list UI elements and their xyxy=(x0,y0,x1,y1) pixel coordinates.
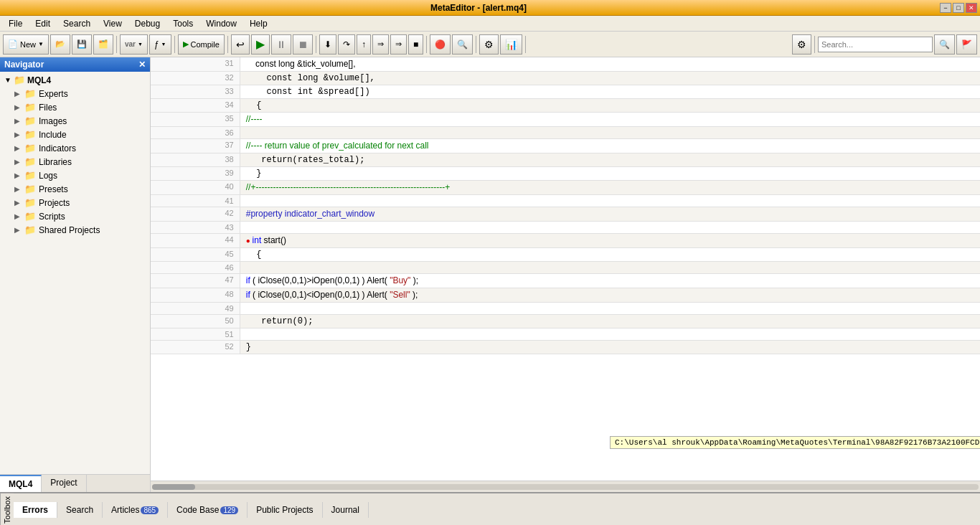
terminal-button[interactable]: 📊 xyxy=(500,34,522,55)
line-content[interactable] xyxy=(240,328,980,341)
nav-item-libraries[interactable]: ▶ 📁 Libraries xyxy=(0,155,150,169)
step-out-button[interactable]: ↑ xyxy=(357,34,371,55)
line-content[interactable] xyxy=(240,222,980,234)
nav-item-label-indicators: Indicators xyxy=(39,143,76,153)
line-content[interactable]: //---- xyxy=(240,113,980,127)
search-flag-button[interactable]: 🚩 xyxy=(956,34,977,55)
bottom-tab-journal[interactable]: Journal xyxy=(323,502,369,518)
pause-button[interactable]: ⏸ xyxy=(271,34,291,55)
step-over-button[interactable]: ↷ xyxy=(338,34,355,55)
line-content[interactable]: ● int start() xyxy=(240,234,980,248)
settings-button[interactable]: ⚙ xyxy=(479,34,499,55)
bottom-tab-articles[interactable]: Articles865 xyxy=(103,502,168,518)
line-content[interactable]: { xyxy=(240,99,980,113)
line-number: 34 xyxy=(151,99,240,113)
new-dropdown-arrow[interactable]: ▼ xyxy=(38,41,44,47)
nav-item-scripts[interactable]: ▶ 📁 Scripts xyxy=(0,209,150,223)
nav-tab-project[interactable]: Project xyxy=(42,475,86,492)
start-button[interactable]: ▶ xyxy=(251,34,270,55)
line-number: 45 xyxy=(151,248,240,262)
menu-search[interactable]: Search xyxy=(57,17,96,30)
line-content[interactable]: if ( iClose(0,0,1)>iOpen(0,0,1) ) Alert(… xyxy=(240,274,980,288)
nav-item-images[interactable]: ▶ 📁 Images xyxy=(0,114,150,128)
line-content[interactable]: } xyxy=(240,167,980,181)
menu-edit[interactable]: Edit xyxy=(29,17,56,30)
line-content[interactable] xyxy=(240,195,980,207)
code-line: 43 xyxy=(151,222,980,234)
code-line: 32 const long &volume[], xyxy=(151,72,980,85)
menu-debug[interactable]: Debug xyxy=(129,17,166,30)
settings2-button[interactable]: ⚙ xyxy=(792,34,811,55)
line-content[interactable]: #property indicator_chart_window xyxy=(240,207,980,222)
toolbox-tab[interactable]: Toolbox xyxy=(0,493,14,525)
menu-tools[interactable]: Tools xyxy=(167,17,199,30)
function-button[interactable]: ƒ ▼ xyxy=(149,34,171,55)
navigator-title: Navigator xyxy=(4,60,44,70)
save-button[interactable]: 💾 xyxy=(72,34,92,55)
breakpoint2-button[interactable]: 🔍 xyxy=(452,34,473,55)
horizontal-scrollbar[interactable] xyxy=(151,481,980,492)
var-button[interactable]: var ▼ xyxy=(120,34,148,55)
nav-item-presets[interactable]: ▶ 📁 Presets xyxy=(0,182,150,196)
breakpoint-button[interactable]: 🔴 xyxy=(430,34,451,55)
line-content[interactable]: //+-------------------------------------… xyxy=(240,181,980,195)
line-content[interactable]: const long &tick_volume[], xyxy=(240,57,980,72)
line-content[interactable] xyxy=(240,127,980,139)
navigator-close-button[interactable]: ✕ xyxy=(138,60,146,70)
line-content[interactable]: return(0); xyxy=(240,315,980,328)
nav-item-logs[interactable]: ▶ 📁 Logs xyxy=(0,169,150,182)
nav-item-label-files: Files xyxy=(39,103,57,113)
bottom-tab-public-projects[interactable]: Public Projects xyxy=(248,502,322,518)
nav-item-include[interactable]: ▶ 📁 Include xyxy=(0,128,150,141)
nav-item-files[interactable]: ▶ 📁 Files xyxy=(0,100,150,114)
menu-help[interactable]: Help xyxy=(244,17,273,30)
bottom-tab-codebase[interactable]: Code Base129 xyxy=(168,502,248,518)
line-content[interactable] xyxy=(240,303,980,315)
step-into-button[interactable]: ⬇ xyxy=(319,34,336,55)
nav-item-projects[interactable]: ▶ 📁 Projects xyxy=(0,196,150,209)
code-line: 44● int start() xyxy=(151,234,980,248)
step-fwd-button[interactable]: ⇒ xyxy=(372,34,389,55)
line-content[interactable]: const long &volume[], xyxy=(240,72,980,85)
search-toolbar-button[interactable]: 🔍 xyxy=(934,34,955,55)
nav-tab-mql4[interactable]: MQL4 xyxy=(0,475,42,492)
menu-file[interactable]: File xyxy=(3,17,28,30)
stop-button[interactable]: ⏹ xyxy=(293,34,313,55)
maximize-button[interactable]: □ xyxy=(953,3,964,13)
line-content[interactable]: //---- return value of prev_calculated f… xyxy=(240,139,980,153)
code-line: 33 const int &spread[]) xyxy=(151,85,980,99)
step-back-button[interactable]: ⇒ xyxy=(390,34,407,55)
bottom-tab-search[interactable]: Search xyxy=(57,502,103,518)
nav-root-mql4[interactable]: ▼ 📁 MQL4 xyxy=(0,73,150,87)
line-number: 51 xyxy=(151,328,240,341)
codebase-badge: 129 xyxy=(220,506,238,514)
menu-window[interactable]: Window xyxy=(200,17,242,30)
line-content[interactable] xyxy=(240,262,980,274)
line-content[interactable]: const int &spread[]) xyxy=(240,85,980,99)
search-toolbar-input[interactable] xyxy=(818,37,933,52)
toolbar-sep-1 xyxy=(116,36,117,53)
new-button[interactable]: 📄 New ▼ xyxy=(3,34,49,55)
compile-button[interactable]: ▶ Compile xyxy=(178,34,225,55)
undo-button[interactable]: ↩ xyxy=(231,34,250,55)
line-content[interactable]: return(rates_total); xyxy=(240,153,980,167)
line-number: 41 xyxy=(151,195,240,207)
nav-root-label: MQL4 xyxy=(27,75,51,85)
nav-item-indicators[interactable]: ▶ 📁 Indicators xyxy=(0,141,150,155)
stop2-button[interactable]: ■ xyxy=(408,34,423,55)
window-controls: − □ ✕ xyxy=(940,3,977,13)
open-button[interactable]: 📂 xyxy=(50,34,70,55)
nav-item-label-scripts: Scripts xyxy=(39,212,65,222)
line-content[interactable]: if ( iClose(0,0,1)<iOpen(0,0,1) ) Alert(… xyxy=(240,288,980,303)
nav-item-experts[interactable]: ▶ 📁 Experts xyxy=(0,87,150,100)
save-all-button[interactable]: 🗂️ xyxy=(93,34,113,55)
close-button[interactable]: ✕ xyxy=(966,3,977,13)
line-content[interactable]: } xyxy=(240,341,980,354)
line-content[interactable]: { xyxy=(240,248,980,262)
code-container[interactable]: 31 const long &tick_volume[],32 const lo… xyxy=(151,57,980,481)
menu-view[interactable]: View xyxy=(98,17,128,30)
bottom-tab-errors[interactable]: Errors xyxy=(14,502,57,518)
nav-item-shared-projects[interactable]: ▶ 📁 Shared Projects xyxy=(0,223,150,237)
minimize-button[interactable]: − xyxy=(940,3,951,13)
code-line: 41 xyxy=(151,195,980,207)
